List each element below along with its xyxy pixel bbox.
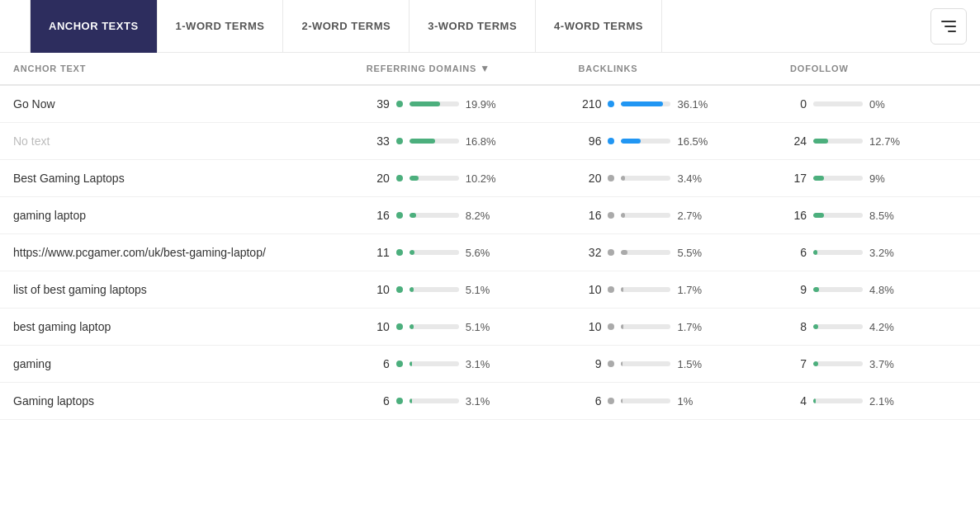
backlinks-bar bbox=[621, 101, 670, 106]
dofollow-value: 6 bbox=[790, 246, 807, 259]
referring-domains-dot bbox=[396, 175, 403, 181]
backlinks-cell: 61% bbox=[578, 394, 790, 408]
filter-icon bbox=[941, 21, 956, 32]
backlinks-bar bbox=[621, 287, 670, 292]
referring-domains-bar bbox=[410, 361, 459, 366]
tab-1-word[interactable]: 1-WORD TERMS bbox=[158, 0, 284, 53]
backlinks-cell: 21036.1% bbox=[578, 97, 790, 111]
dofollow-pct: 4.2% bbox=[869, 321, 901, 333]
data-table: ANCHOR TEXTREFERRING DOMAINS▼BACKLINKSDO… bbox=[0, 53, 980, 420]
referring-domains-value: 11 bbox=[367, 246, 390, 259]
dofollow-pct: 3.7% bbox=[869, 358, 901, 370]
dofollow-pct: 4.8% bbox=[869, 284, 901, 296]
referring-domains-bar bbox=[410, 139, 459, 144]
anchor-text-cell: Go Now bbox=[13, 97, 367, 111]
referring-domains-value: 6 bbox=[367, 357, 390, 370]
referring-domains-pct: 8.2% bbox=[466, 210, 497, 222]
anchor-text-cell: best gaming laptop bbox=[13, 320, 367, 333]
referring-domains-bar bbox=[410, 213, 459, 218]
backlinks-cell: 91.5% bbox=[578, 357, 790, 370]
tab-2-word[interactable]: 2-WORD TERMS bbox=[283, 0, 410, 53]
referring-domains-bar bbox=[410, 101, 459, 106]
backlinks-dot bbox=[608, 286, 614, 293]
dofollow-pct: 3.2% bbox=[869, 247, 901, 259]
dofollow-cell: 94.8% bbox=[790, 283, 967, 296]
backlinks-cell: 162.7% bbox=[578, 209, 790, 222]
backlinks-dot bbox=[608, 101, 614, 107]
referring-domains-value: 10 bbox=[367, 320, 390, 333]
anchor-text-cell: gaming bbox=[13, 357, 367, 370]
anchor-text-cell: No text bbox=[13, 134, 367, 148]
dofollow-bar bbox=[813, 398, 863, 403]
referring-domains-cell: 63.1% bbox=[367, 394, 579, 408]
backlinks-bar bbox=[621, 139, 670, 144]
tab-4-word[interactable]: 4-WORD TERMS bbox=[536, 0, 662, 53]
referring-domains-pct: 19.9% bbox=[466, 98, 497, 111]
col-header-anchor-text: ANCHOR TEXT bbox=[13, 63, 367, 74]
referring-domains-cell: 105.1% bbox=[367, 283, 579, 296]
col-header-backlinks: BACKLINKS bbox=[578, 63, 790, 74]
dofollow-value: 7 bbox=[790, 357, 807, 370]
backlinks-pct: 16.5% bbox=[677, 135, 708, 148]
backlinks-pct: 2.7% bbox=[677, 210, 708, 222]
backlinks-pct: 36.1% bbox=[677, 98, 708, 111]
backlinks-dot bbox=[608, 323, 614, 330]
table-header: ANCHOR TEXTREFERRING DOMAINS▼BACKLINKSDO… bbox=[0, 53, 980, 86]
dofollow-pct: 8.5% bbox=[869, 210, 901, 222]
dofollow-pct: 12.7% bbox=[869, 135, 901, 148]
backlinks-dot bbox=[608, 249, 614, 256]
backlinks-cell: 203.4% bbox=[578, 172, 790, 185]
dofollow-cell: 00% bbox=[790, 97, 967, 111]
backlinks-pct: 1.7% bbox=[677, 284, 708, 296]
tab-3-word[interactable]: 3-WORD TERMS bbox=[410, 0, 536, 53]
dofollow-bar bbox=[813, 324, 863, 329]
col-header-referring-domains[interactable]: REFERRING DOMAINS▼ bbox=[367, 63, 579, 74]
table-row: Gaming laptops63.1%61%42.1% bbox=[0, 383, 980, 420]
referring-domains-cell: 168.2% bbox=[367, 209, 579, 222]
backlinks-bar bbox=[621, 213, 670, 218]
referring-domains-cell: 115.6% bbox=[367, 246, 579, 259]
referring-domains-value: 6 bbox=[367, 394, 390, 408]
backlinks-value: 16 bbox=[578, 209, 601, 222]
referring-domains-cell: 63.1% bbox=[367, 357, 579, 370]
referring-domains-pct: 3.1% bbox=[466, 395, 497, 408]
backlinks-value: 210 bbox=[578, 97, 601, 111]
dofollow-cell: 168.5% bbox=[790, 209, 967, 222]
backlinks-value: 96 bbox=[578, 134, 601, 148]
col-header-dofollow: DOFOLLOW bbox=[790, 63, 967, 74]
backlinks-pct: 1% bbox=[677, 395, 708, 408]
dofollow-cell: 73.7% bbox=[790, 357, 967, 370]
backlinks-bar bbox=[621, 361, 670, 366]
sort-icon-referring-domains: ▼ bbox=[480, 63, 490, 74]
backlinks-cell: 101.7% bbox=[578, 283, 790, 296]
app-container: ANCHOR TEXTS1-WORD TERMS2-WORD TERMS3-WO… bbox=[0, 0, 980, 420]
backlinks-cell: 101.7% bbox=[578, 320, 790, 333]
filter-button[interactable] bbox=[930, 8, 967, 45]
dofollow-pct: 9% bbox=[869, 172, 901, 185]
backlinks-bar bbox=[621, 398, 670, 403]
referring-domains-pct: 3.1% bbox=[466, 358, 497, 370]
backlinks-value: 20 bbox=[578, 172, 601, 185]
referring-domains-value: 16 bbox=[367, 209, 390, 222]
backlinks-bar bbox=[621, 250, 670, 255]
referring-domains-cell: 3919.9% bbox=[367, 97, 579, 111]
tab-anchor-texts[interactable]: ANCHOR TEXTS bbox=[30, 0, 158, 53]
referring-domains-bar bbox=[410, 176, 459, 181]
table-row: gaming laptop168.2%162.7%168.5% bbox=[0, 197, 980, 234]
referring-domains-dot bbox=[396, 323, 403, 330]
referring-domains-bar bbox=[410, 250, 459, 255]
backlinks-pct: 5.5% bbox=[677, 247, 708, 259]
backlinks-dot bbox=[608, 212, 614, 219]
dofollow-value: 24 bbox=[790, 134, 807, 148]
referring-domains-dot bbox=[396, 398, 403, 404]
referring-domains-dot bbox=[396, 212, 403, 219]
backlinks-cell: 9616.5% bbox=[578, 134, 790, 148]
referring-domains-value: 10 bbox=[367, 283, 390, 296]
table-body: Go Now3919.9%21036.1%00%No text3316.8%96… bbox=[0, 86, 980, 420]
referring-domains-pct: 5.6% bbox=[466, 247, 497, 259]
dofollow-cell: 63.2% bbox=[790, 246, 967, 259]
backlinks-dot bbox=[608, 398, 614, 404]
table-row: gaming63.1%91.5%73.7% bbox=[0, 346, 980, 383]
backlinks-value: 10 bbox=[578, 320, 601, 333]
backlinks-bar bbox=[621, 176, 670, 181]
